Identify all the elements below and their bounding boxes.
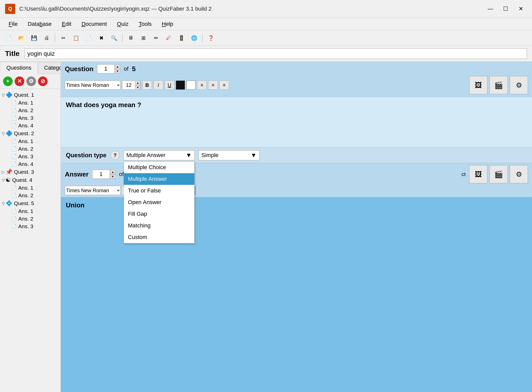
tree-q1a3[interactable]: 📄 Ans. 3 <box>1 114 60 122</box>
type-option-true-false[interactable]: True or False <box>124 185 194 197</box>
tree-quest5[interactable]: ▽ 💠 Quest. 5 <box>1 199 60 207</box>
tab-questions[interactable]: Questions <box>0 62 38 74</box>
simple-select[interactable]: Simple ▼ <box>199 150 259 160</box>
question-num-input[interactable] <box>97 64 115 73</box>
type-option-matching[interactable]: Matching <box>124 220 194 231</box>
toggle-q1[interactable]: ▽ <box>1 93 6 97</box>
toggle-q2[interactable]: ▽ <box>1 131 6 136</box>
question-text-area[interactable]: What does yoga mean ? <box>61 97 532 148</box>
globe-button[interactable]: 🌐 <box>188 32 200 44</box>
type-option-fill-gap[interactable]: Fill Gap <box>124 208 194 220</box>
left-panel: Questions Categories + ✕ ⚙ ⊘ ▽ 🔷 Quest. … <box>0 62 61 392</box>
correct-label: ct <box>462 171 466 177</box>
tree-q1a4[interactable]: 📄 Ans. 4 <box>1 122 60 129</box>
tree-q4a2[interactable]: 📄 Ans. 2 <box>1 192 60 199</box>
question-align-center[interactable]: ≡ <box>208 81 218 90</box>
save-button[interactable]: 💾 <box>28 32 40 44</box>
answer-image-button[interactable]: 🖼 <box>469 165 487 183</box>
answer-num-down[interactable]: ▼ <box>110 174 116 179</box>
question-text-color[interactable] <box>176 81 185 90</box>
tree-q2a1[interactable]: 📄 Ans. 1 <box>1 138 60 145</box>
tree-q5a3[interactable]: 📄 Ans. 3 <box>1 223 60 230</box>
cut-button[interactable]: ✂ <box>58 32 69 44</box>
new-button[interactable]: 📄 <box>3 32 14 44</box>
question-italic-button[interactable]: I <box>154 81 163 90</box>
question-settings-button[interactable]: ⚙ <box>510 76 528 94</box>
menu-help[interactable]: Help <box>157 19 178 29</box>
question-header: Question ▲ ▼ of 5 Times New Roman Arial … <box>61 62 532 97</box>
menu-tools[interactable]: Tools <box>134 19 156 29</box>
tree-quest1[interactable]: ▽ 🔷 Quest. 1 <box>1 91 60 99</box>
question-align-left[interactable]: ≡ <box>197 81 207 90</box>
question-font-select[interactable]: Times New Roman Arial Courier New <box>65 81 121 90</box>
tree-quest3[interactable]: ▷ 📌 Quest. 3 <box>1 168 60 176</box>
question-header-row: Question ▲ ▼ of 5 <box>65 64 528 73</box>
tree-q5a2[interactable]: 📄 Ans. 2 <box>1 215 60 223</box>
edit2-button[interactable]: ✏ <box>150 32 162 44</box>
question-num-up[interactable]: ▲ <box>115 64 120 69</box>
tree-quest4[interactable]: ▽ ☯ Quest. 4 <box>1 176 60 184</box>
pen-button[interactable]: 🖊 <box>163 32 174 44</box>
settings-button[interactable]: ⚙ <box>26 76 36 86</box>
help-icon-button[interactable]: ❓ <box>205 32 216 44</box>
menu-file[interactable]: File <box>4 19 22 29</box>
tree-q2a4[interactable]: 📄 Ans. 4 <box>1 160 60 168</box>
monitor-button[interactable]: 🖥 <box>125 32 136 44</box>
question-bg-color[interactable] <box>186 81 196 90</box>
tree-quest2[interactable]: ▽ 🔷 Quest. 2 <box>1 129 60 138</box>
add-question-button[interactable]: + <box>3 76 13 86</box>
answer-text: Union <box>66 201 85 209</box>
tree-q4a1[interactable]: 📄 Ans. 1 <box>1 184 60 192</box>
type-option-multiple-choice[interactable]: Multiple Choice <box>124 162 194 173</box>
answer-num-input[interactable] <box>92 170 110 179</box>
toggle-q5[interactable]: ▽ <box>1 201 6 206</box>
answer-of-label: of <box>119 171 124 178</box>
menu-edit[interactable]: Edit <box>57 19 76 29</box>
open-button[interactable]: 📂 <box>16 32 27 44</box>
question-sound-button[interactable]: 🎬 <box>489 76 508 94</box>
answer-font-select[interactable]: Times New Roman Arial <box>65 186 121 195</box>
answer-num-group: ▲ ▼ <box>92 170 116 179</box>
menu-document[interactable]: Document <box>77 19 111 29</box>
question-image-button[interactable]: 🖼 <box>469 76 487 94</box>
answer-num-up[interactable]: ▲ <box>110 170 116 174</box>
traffic-button[interactable]: 🚦 <box>176 32 187 44</box>
delete-question-button[interactable]: ✕ <box>15 76 24 86</box>
question-bold-button[interactable]: B <box>142 81 152 90</box>
title-input[interactable] <box>25 48 527 59</box>
question-num-down[interactable]: ▼ <box>115 69 120 73</box>
delete-button[interactable]: ✖ <box>96 32 107 44</box>
tree-q2a2[interactable]: 📄 Ans. 2 <box>1 145 60 153</box>
menu-database[interactable]: Database <box>23 19 56 29</box>
find-button[interactable]: 🔍 <box>108 32 120 44</box>
question-align-right[interactable]: ≡ <box>219 81 229 90</box>
type-option-open-answer[interactable]: Open Answer <box>124 197 194 208</box>
toggle-q4[interactable]: ▽ <box>1 178 6 183</box>
toggle-q3[interactable]: ▷ <box>1 170 6 174</box>
question-type-help-button[interactable]: ? <box>110 151 120 160</box>
copy-button[interactable]: 📋 <box>70 32 82 44</box>
minimize-button[interactable]: — <box>484 4 497 14</box>
type-option-multiple-answer[interactable]: Multiple Answer <box>124 173 194 185</box>
q1a4-label: Ans. 4 <box>18 123 33 129</box>
answer-settings-button[interactable]: ⚙ <box>510 165 528 183</box>
maximize-button[interactable]: ☐ <box>500 4 512 14</box>
question-size-up[interactable]: ▲ <box>135 81 141 85</box>
type-option-custom[interactable]: Custom <box>124 231 194 243</box>
question-underline-button[interactable]: U <box>165 81 174 90</box>
tree-q5a1[interactable]: 📄 Ans. 1 <box>1 207 60 215</box>
answer-sound-button[interactable]: 🎬 <box>489 165 508 183</box>
grid-button[interactable]: ⊞ <box>138 32 149 44</box>
tree-q1a1[interactable]: 📄 Ans. 1 <box>1 99 60 107</box>
menu-quiz[interactable]: Quiz <box>112 19 133 29</box>
close-button[interactable]: ✕ <box>515 4 527 14</box>
question-size-down[interactable]: ▼ <box>135 85 141 90</box>
tree-q1a2[interactable]: 📄 Ans. 2 <box>1 107 60 114</box>
print-button[interactable]: 🖨 <box>41 32 52 44</box>
question-font-size[interactable] <box>122 82 135 88</box>
tree-q2a3[interactable]: 📄 Ans. 3 <box>1 153 60 160</box>
title-label: Title <box>5 50 20 58</box>
paste-button[interactable]: 📄 <box>83 32 94 44</box>
stop-button[interactable]: ⊘ <box>38 76 48 86</box>
question-type-select[interactable]: Multiple Answer ▼ <box>124 150 195 160</box>
